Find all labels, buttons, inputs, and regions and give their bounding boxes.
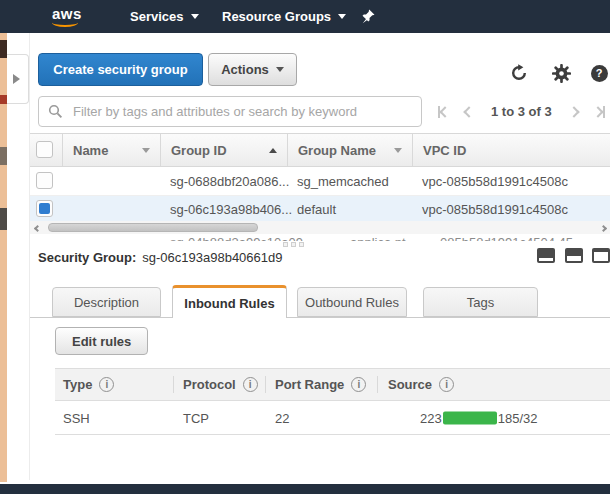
info-icon[interactable]: i (439, 377, 454, 392)
edit-rules-label: Edit rules (72, 334, 131, 349)
help-icon: ? (591, 65, 608, 82)
pane-divider-handle[interactable] (283, 242, 304, 247)
nav-services-label: Services (130, 9, 184, 24)
sliver-segment (0, 40, 7, 58)
scrollbar-thumb[interactable] (48, 223, 258, 232)
rules-column-source: Source i (388, 369, 454, 400)
next-page-button[interactable] (568, 106, 580, 118)
pagination: 1 to 3 of 3 (436, 96, 607, 127)
security-group-id-value: sg-06c193a98b40661d9 (142, 250, 282, 265)
tab-tags[interactable]: Tags (423, 287, 538, 317)
column-header-group-name[interactable]: Group Name (287, 134, 412, 166)
rule-protocol-cell: TCP (183, 410, 209, 425)
chevron-right-icon (568, 106, 579, 117)
table-row-selected[interactable]: sg-06c193a98b406... default vpc-085b58d1… (30, 196, 610, 221)
chevron-left-icon (33, 224, 40, 231)
help-button[interactable]: ? (588, 62, 610, 84)
checkbox-check-icon (39, 203, 50, 214)
create-security-group-button[interactable]: Create security group (38, 53, 203, 86)
last-page-button[interactable] (592, 104, 607, 120)
aws-top-navbar: aws Services Resource Groups (0, 0, 610, 33)
previous-page-button[interactable] (463, 106, 475, 118)
gear-icon (552, 64, 571, 83)
aws-logo[interactable]: aws (52, 5, 82, 27)
tab-outbound-rules[interactable]: Outbound Rules (297, 287, 407, 317)
group-name-cell: sg_memcached (297, 174, 389, 189)
group-name-cell: applica.nt (350, 234, 406, 241)
settings-button[interactable] (550, 62, 572, 84)
pagination-label: 1 to 3 of 3 (491, 104, 552, 119)
chevron-left-icon (439, 106, 450, 117)
rules-column-type: Type i (63, 369, 114, 400)
pane-size-large-icon[interactable] (592, 248, 610, 263)
column-menu-icon (142, 148, 150, 153)
actions-button[interactable]: Actions (208, 53, 297, 86)
nav-services-menu[interactable]: Services (130, 0, 199, 33)
sliver-segment (0, 208, 7, 230)
ec2-security-groups-page: aws Services Resource Groups Create secu… (0, 0, 610, 494)
tabs-baseline (30, 317, 610, 318)
column-header-group-id[interactable]: Group ID (160, 134, 287, 166)
tab-description[interactable]: Description (52, 287, 161, 317)
info-icon[interactable]: i (99, 377, 114, 392)
table-header: Name Group ID Group Name VPC ID (30, 133, 610, 167)
refresh-button[interactable] (508, 62, 530, 84)
edit-rules-button[interactable]: Edit rules (55, 327, 148, 355)
sliver-segment (0, 147, 7, 165)
scroll-right-button[interactable] (598, 224, 608, 232)
table-row[interactable]: sg-0688dbf20a086... sg_memcached vpc-085… (30, 167, 610, 196)
row-checkbox-checked[interactable] (36, 200, 53, 217)
column-header-vpc-id[interactable]: VPC ID (412, 134, 610, 166)
rules-column-protocol: Protocol i (183, 369, 258, 400)
column-divider (377, 376, 378, 393)
table-row-clipped[interactable]: sg-04b88d3a99c10a09 applica.nt 085b58d19… (30, 234, 610, 241)
vpc-id-cell: vpc-085b58d1991c4508c (422, 201, 568, 216)
column-divider (173, 376, 174, 393)
chevron-right-icon (592, 106, 603, 117)
security-group-label: Security Group: (38, 250, 136, 265)
rule-source-cell: 223 185/32 (420, 410, 537, 425)
group-name-cell: default (297, 201, 336, 216)
background-window-sliver (0, 33, 7, 482)
group-id-cell: sg-0688dbf20a086... (170, 174, 289, 189)
info-icon[interactable]: i (351, 377, 366, 392)
chevron-down-icon (191, 14, 199, 19)
filter-input[interactable] (38, 96, 422, 127)
sidebar-expand-tab[interactable] (7, 54, 29, 104)
rule-type-cell: SSH (63, 410, 90, 425)
refresh-icon (510, 64, 528, 82)
vpc-id-cell: 085b58d1991c4504 45 (440, 234, 573, 241)
aws-logo-text: aws (52, 5, 82, 22)
chevron-down-icon (276, 67, 284, 72)
pane-size-small-icon[interactable] (537, 248, 555, 263)
column-header-name[interactable]: Name (62, 134, 160, 166)
rule-port-cell: 22 (275, 410, 289, 425)
rules-table-header: Type i Protocol i Port Range i Source i (55, 368, 610, 401)
filter-field-wrap (38, 96, 422, 127)
info-icon[interactable]: i (243, 377, 258, 392)
bottom-status-bar (0, 484, 610, 494)
detail-pane-title: Security Group:sg-06c193a98b40661d9 (38, 250, 283, 265)
first-page-button[interactable] (436, 104, 451, 120)
row-checkbox[interactable] (36, 172, 53, 189)
source-ip-suffix: 185/32 (498, 410, 538, 425)
chevron-right-icon (599, 224, 606, 231)
group-id-cell: sg-06c193a98b406... (170, 201, 292, 216)
column-divider (265, 376, 266, 393)
nav-resource-groups-menu[interactable]: Resource Groups (222, 0, 346, 33)
sort-ascending-icon (269, 148, 277, 153)
redaction-marker (443, 411, 497, 424)
search-icon (48, 104, 63, 119)
horizontal-scrollbar[interactable] (30, 221, 610, 234)
tab-inbound-rules[interactable]: Inbound Rules (172, 285, 287, 318)
vpc-id-cell: vpc-085b58d1991c4508c (422, 174, 568, 189)
sliver-segment (0, 95, 7, 104)
rule-row: SSH TCP 22 223 185/32 (55, 401, 610, 435)
scroll-left-button[interactable] (32, 224, 42, 232)
pane-size-medium-icon[interactable] (565, 248, 583, 263)
column-menu-icon (394, 148, 402, 153)
chevron-left-icon (463, 106, 474, 117)
chevron-down-icon (338, 14, 346, 19)
select-all-checkbox[interactable] (36, 141, 53, 158)
pin-icon[interactable] (362, 9, 375, 27)
